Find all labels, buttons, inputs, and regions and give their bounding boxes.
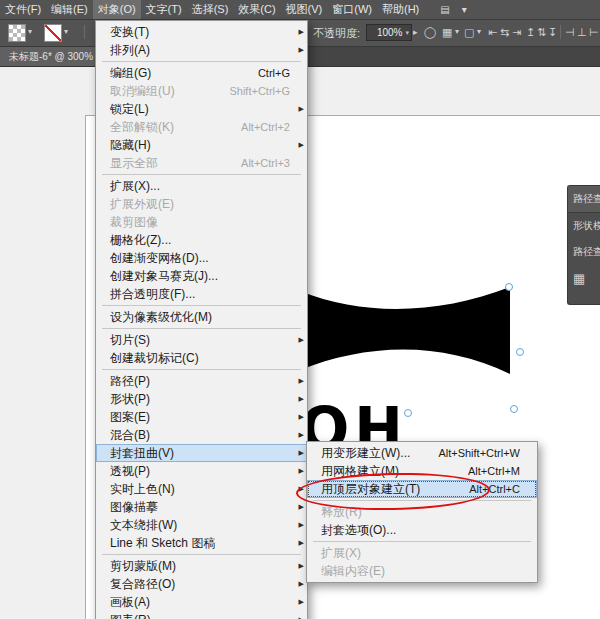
menu-item-label: 释放(R) — [321, 504, 362, 521]
menubar-item[interactable]: 编辑(E) — [46, 0, 93, 19]
menubar-right-controls: ▤ ▾ — [440, 4, 466, 15]
object-menu-item[interactable]: 隐藏(H)▶ — [96, 136, 307, 154]
envelope-submenu-item[interactable]: 用网格建立(M)Alt+Ctrl+M — [307, 462, 537, 480]
menu-item-label: 文本绕排(W) — [110, 517, 177, 534]
menubar-item[interactable]: 帮助(H) — [377, 0, 424, 19]
object-menu-separator — [102, 61, 301, 62]
align-right-icon[interactable]: ⇥ — [512, 25, 521, 39]
selection-handle[interactable] — [505, 283, 513, 291]
distribute-left-icon[interactable]: ⊣ — [565, 25, 575, 39]
envelope-submenu-item: 编辑内容(E) — [307, 562, 537, 580]
menu-item-shortcut: Alt+Ctrl+3 — [241, 157, 295, 169]
menubar-item[interactable]: 文件(F) — [0, 0, 46, 19]
object-menu-item[interactable]: Line 和 Sketch 图稿▶ — [96, 534, 307, 552]
object-menu-item[interactable]: 复合路径(O)▶ — [96, 575, 307, 593]
chevron-down-icon[interactable]: ▾ — [477, 27, 481, 36]
align-middle-vertical-icon[interactable]: ⇅ — [537, 25, 546, 39]
align-top-icon[interactable]: ↥ — [526, 25, 535, 39]
chevron-down-icon[interactable]: ▾ — [462, 4, 467, 15]
envelope-submenu-item[interactable]: 用顶层对象建立(T)Alt+Ctrl+C — [307, 480, 537, 498]
document-tab[interactable]: 未标题-6* @ 300% — [0, 47, 103, 66]
distribute-bottom-icon[interactable]: ⊥ — [577, 25, 587, 39]
submenu-arrow-icon: ▶ — [295, 395, 304, 403]
object-menu-item[interactable]: 变换(T)▶ — [96, 23, 307, 41]
object-menu-item[interactable]: 设为像素级优化(M) — [96, 308, 307, 326]
workspace-switcher-icon[interactable]: ▤ — [440, 4, 449, 15]
grid-panel-icon[interactable]: ▦ — [442, 25, 452, 39]
selection-handle[interactable] — [510, 405, 518, 413]
object-menu-item[interactable]: 文本绕排(W)▶ — [96, 516, 307, 534]
object-menu-separator — [102, 305, 301, 306]
envelope-submenu-item[interactable]: 用变形建立(W)...Alt+Shift+Ctrl+W — [307, 444, 537, 462]
object-menu-item[interactable]: 切片(S)▶ — [96, 331, 307, 349]
menu-item-label: 扩展(X) — [321, 545, 361, 562]
toolbar-divider — [84, 25, 85, 39]
menu-item-label: 裁剪图像 — [110, 214, 158, 231]
object-menu-item[interactable]: 透视(P)▶ — [96, 462, 307, 480]
menubar-item[interactable]: 效果(C) — [233, 0, 280, 19]
align-center-horizontal-icon[interactable]: ⇆ — [500, 25, 509, 39]
menu-item-label: 取消编组(U) — [110, 83, 175, 100]
menu-item-label: 用网格建立(M) — [321, 463, 399, 480]
object-menu-separator — [102, 328, 301, 329]
object-menu-item[interactable]: 扩展(X)... — [96, 177, 307, 195]
fill-swatch[interactable] — [8, 24, 26, 42]
object-menu-item[interactable]: 编组(G)Ctrl+G — [96, 64, 307, 82]
menu-item-label: 图案(E) — [110, 409, 150, 426]
menubar-item[interactable]: 选择(S) — [187, 0, 234, 19]
object-menu-item[interactable]: 创建裁切标记(C) — [96, 349, 307, 367]
menu-item-label: 设为像素级优化(M) — [110, 309, 212, 326]
distribute-right-icon[interactable]: ⊢ — [589, 25, 599, 39]
object-menu-item[interactable]: 栅格化(Z)... — [96, 231, 307, 249]
menu-item-label: 实时上色(N) — [110, 481, 175, 498]
envelope-distort-submenu: 用变形建立(W)...Alt+Shift+Ctrl+W用网格建立(M)Alt+C… — [306, 441, 538, 583]
opacity-input[interactable]: 100% ▾ — [366, 24, 412, 41]
menu-item-label: 剪切蒙版(M) — [110, 558, 176, 575]
opacity-label: 不透明度: — [313, 26, 360, 41]
stroke-swatch[interactable] — [44, 24, 62, 42]
object-menu-item[interactable]: 创建渐变网格(D)... — [96, 249, 307, 267]
object-menu-item[interactable]: 路径(P)▶ — [96, 372, 307, 390]
object-menu-item[interactable]: 拼合透明度(F)... — [96, 285, 307, 303]
object-menu-item[interactable]: 排列(A)▶ — [96, 41, 307, 59]
align-left-icon[interactable]: ⇤ — [488, 25, 497, 39]
menubar-item[interactable]: 窗口(W) — [327, 0, 377, 19]
object-menu-item[interactable]: 剪切蒙版(M)▶ — [96, 557, 307, 575]
menubar-item[interactable]: 文字(T) — [141, 0, 187, 19]
chevron-down-icon[interactable]: ▾ — [64, 27, 68, 36]
expand-panel-icon[interactable]: ▸ — [413, 25, 418, 39]
outline-grid-icon[interactable]: ▢ — [464, 25, 474, 39]
object-menu-item[interactable]: 实时上色(N)▶ — [96, 480, 307, 498]
submenu-arrow-icon: ▶ — [295, 413, 304, 421]
object-menu-item[interactable]: 画板(A)▶ — [96, 593, 307, 611]
object-menu-item[interactable]: 封套扭曲(V)▶ — [96, 444, 307, 462]
menubar-item[interactable]: 视图(V) — [281, 0, 328, 19]
object-menu-item[interactable]: 图案(E)▶ — [96, 408, 307, 426]
menu-item-label: 图表(R) — [110, 612, 151, 619]
object-menu-item[interactable]: 锁定(L)▶ — [96, 100, 307, 118]
object-menu-item[interactable]: 形状(P)▶ — [96, 390, 307, 408]
align-bottom-icon[interactable]: ↧ — [548, 25, 557, 39]
menu-item-label: 扩展外观(E) — [110, 196, 174, 213]
chevron-down-icon[interactable]: ▾ — [455, 27, 459, 36]
object-menu-item[interactable]: 图像描摹▶ — [96, 498, 307, 516]
no-style-icon[interactable]: ◯ — [424, 25, 436, 39]
menubar-item[interactable]: 对象(O) — [93, 0, 141, 19]
selection-handle[interactable] — [516, 348, 524, 356]
document-tab-title: 未标题-6* @ 300% — [9, 50, 93, 64]
opacity-value: 100% — [377, 27, 403, 38]
pathfinder-grid-icon[interactable]: ▦ — [568, 265, 600, 291]
chevron-down-icon[interactable]: ▾ — [28, 27, 32, 36]
menu-item-shortcut: Ctrl+G — [258, 67, 295, 79]
chevron-down-icon[interactable]: ▾ — [405, 29, 409, 37]
pathfinder-section-shape-modes: 形状模式: — [568, 213, 600, 239]
object-menu-item[interactable]: 图表(R)▶ — [96, 611, 307, 619]
envelope-submenu-item: 扩展(X) — [307, 544, 537, 562]
menu-item-label: 栅格化(Z)... — [110, 232, 171, 249]
object-menu-item[interactable]: 混合(B)▶ — [96, 426, 307, 444]
envelope-submenu-item[interactable]: 封套选项(O)... — [307, 521, 537, 539]
panel-tab-pathfinder[interactable]: 路径查找器 — [568, 186, 600, 213]
object-menu-item[interactable]: 创建对象马赛克(J)... — [96, 267, 307, 285]
selection-handle[interactable] — [404, 409, 412, 417]
object-menu-item: 显示全部Alt+Ctrl+3 — [96, 154, 307, 172]
